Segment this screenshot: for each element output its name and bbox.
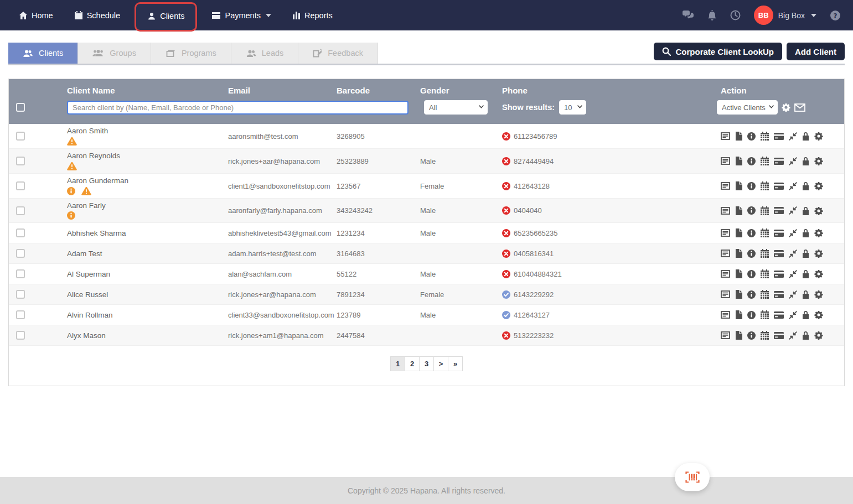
info-icon[interactable] xyxy=(747,182,756,190)
member-card-icon[interactable] xyxy=(721,182,730,190)
info-icon[interactable] xyxy=(747,311,756,319)
nav-item-schedule[interactable]: Schedule xyxy=(68,7,127,24)
member-card-icon[interactable] xyxy=(721,157,730,165)
page-3-button[interactable]: 3 xyxy=(419,356,434,371)
warning-icon[interactable] xyxy=(81,186,91,195)
lock-icon[interactable] xyxy=(802,269,809,278)
tab-groups[interactable]: Groups xyxy=(78,43,151,64)
info-icon[interactable] xyxy=(747,157,756,165)
settings-icon[interactable] xyxy=(814,228,823,237)
document-icon[interactable] xyxy=(735,206,742,215)
document-icon[interactable] xyxy=(735,181,742,190)
row-checkbox[interactable] xyxy=(16,269,25,278)
payment-card-icon[interactable] xyxy=(774,250,784,257)
calendar-icon[interactable] xyxy=(761,310,769,319)
client-name[interactable]: Adam Test xyxy=(67,250,228,258)
row-checkbox[interactable] xyxy=(16,132,25,141)
tab-leads[interactable]: Leads xyxy=(231,43,299,64)
row-checkbox[interactable] xyxy=(16,331,25,340)
member-card-icon[interactable] xyxy=(721,270,730,278)
payment-card-icon[interactable] xyxy=(774,311,784,319)
tab-programs[interactable]: Programs xyxy=(151,43,231,64)
member-card-icon[interactable] xyxy=(721,331,730,339)
client-status-select[interactable]: Active Clients xyxy=(717,100,778,115)
settings-icon[interactable] xyxy=(814,132,823,141)
client-name[interactable]: Aaron Gunderman xyxy=(67,176,228,185)
payment-card-icon[interactable] xyxy=(774,230,784,237)
lock-icon[interactable] xyxy=(802,310,809,319)
document-icon[interactable] xyxy=(735,228,742,237)
client-name[interactable]: Aaron Reynolds xyxy=(67,152,228,160)
info-icon[interactable] xyxy=(747,250,756,258)
compress-icon[interactable] xyxy=(789,182,797,190)
info-icon[interactable] xyxy=(747,270,756,278)
client-name[interactable]: Alyx Mason xyxy=(67,331,228,340)
info-icon[interactable] xyxy=(747,132,756,141)
calendar-icon[interactable] xyxy=(761,290,769,299)
compress-icon[interactable] xyxy=(789,270,797,278)
tab-feedback[interactable]: Feedback xyxy=(298,43,378,64)
lock-icon[interactable] xyxy=(802,331,809,340)
settings-icon[interactable] xyxy=(814,249,823,258)
payment-card-icon[interactable] xyxy=(774,183,784,190)
payment-card-icon[interactable] xyxy=(774,158,784,165)
lock-icon[interactable] xyxy=(802,181,809,190)
client-name[interactable]: Alvin Rollman xyxy=(67,311,228,319)
calendar-icon[interactable] xyxy=(761,249,769,258)
row-checkbox[interactable] xyxy=(16,157,25,165)
member-card-icon[interactable] xyxy=(721,311,730,319)
document-icon[interactable] xyxy=(735,132,742,141)
member-card-icon[interactable] xyxy=(721,290,730,298)
info-icon[interactable] xyxy=(67,211,75,220)
page-last-button[interactable]: » xyxy=(448,356,463,371)
settings-icon[interactable] xyxy=(814,206,823,215)
calendar-icon[interactable] xyxy=(761,181,769,190)
select-all-checkbox[interactable] xyxy=(16,103,25,112)
help-icon[interactable]: ? xyxy=(830,10,841,21)
calendar-icon[interactable] xyxy=(761,269,769,278)
settings-icon[interactable] xyxy=(814,310,823,319)
info-icon[interactable] xyxy=(747,206,756,215)
compress-icon[interactable] xyxy=(789,250,797,258)
calendar-icon[interactable] xyxy=(761,331,769,340)
account-menu[interactable]: BB Big Box xyxy=(754,6,816,25)
page-2-button[interactable]: 2 xyxy=(405,356,420,371)
barcode-scan-button[interactable] xyxy=(675,463,710,491)
notifications-bell-icon[interactable] xyxy=(707,10,717,20)
warning-icon[interactable] xyxy=(67,137,77,146)
show-results-select[interactable]: 10 xyxy=(559,100,586,115)
client-name[interactable]: Al Superman xyxy=(67,270,228,278)
member-card-icon[interactable] xyxy=(721,132,730,140)
row-checkbox[interactable] xyxy=(16,310,25,319)
calendar-icon[interactable] xyxy=(761,157,769,165)
client-name[interactable]: Abhishek Sharma xyxy=(67,229,228,237)
row-checkbox[interactable] xyxy=(16,228,25,237)
compress-icon[interactable] xyxy=(789,157,797,165)
calendar-icon[interactable] xyxy=(761,228,769,237)
document-icon[interactable] xyxy=(735,331,742,340)
lock-icon[interactable] xyxy=(802,206,809,215)
corporate-client-lookup-button[interactable]: Corporate Client LookUp xyxy=(654,43,782,60)
calendar-icon[interactable] xyxy=(761,132,769,141)
chat-icon[interactable] xyxy=(682,10,694,20)
client-name[interactable]: Aaron Smith xyxy=(67,127,228,135)
info-icon[interactable] xyxy=(747,331,756,340)
payment-card-icon[interactable] xyxy=(774,291,784,298)
lock-icon[interactable] xyxy=(802,290,809,299)
search-input[interactable] xyxy=(67,101,409,115)
payment-card-icon[interactable] xyxy=(774,332,784,339)
lock-icon[interactable] xyxy=(802,132,809,141)
document-icon[interactable] xyxy=(735,249,742,258)
calendar-icon[interactable] xyxy=(761,206,769,215)
nav-item-clients[interactable]: Clients xyxy=(135,2,197,32)
member-card-icon[interactable] xyxy=(721,229,730,237)
settings-icon[interactable] xyxy=(814,157,823,165)
payment-card-icon[interactable] xyxy=(774,271,784,278)
nav-item-home[interactable]: Home xyxy=(12,7,60,24)
page-1-button[interactable]: 1 xyxy=(390,356,405,371)
compress-icon[interactable] xyxy=(789,132,797,141)
row-checkbox[interactable] xyxy=(16,249,25,258)
lock-icon[interactable] xyxy=(802,249,809,258)
nav-item-payments[interactable]: Payments xyxy=(205,7,277,24)
document-icon[interactable] xyxy=(735,157,742,165)
